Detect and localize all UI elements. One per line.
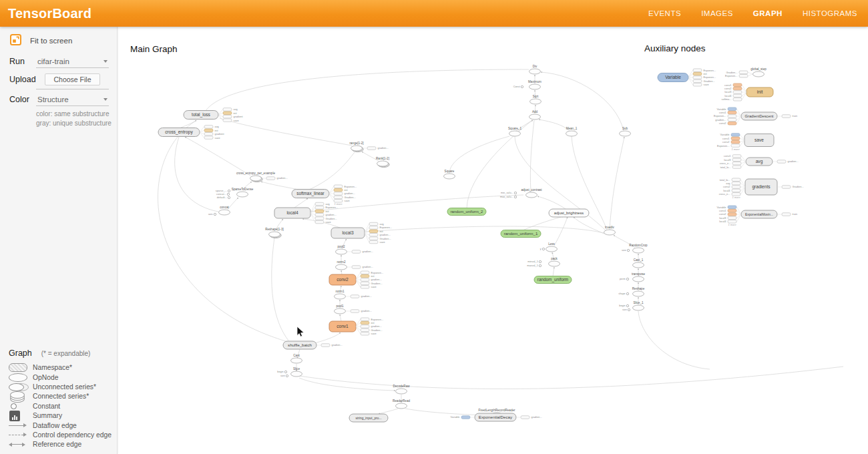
proxy-chip[interactable] <box>733 87 742 90</box>
proxy-chip[interactable] <box>732 178 740 182</box>
color-select[interactable]: Structure <box>36 94 109 106</box>
proxy-chip[interactable] <box>351 295 359 298</box>
proxy-chip[interactable] <box>321 344 330 347</box>
proxy-chip[interactable] <box>739 71 748 74</box>
proxy-chip[interactable] <box>728 111 736 114</box>
proxy-chip[interactable] <box>361 286 369 289</box>
constant-node[interactable] <box>228 190 230 192</box>
proxy-chip[interactable] <box>733 98 742 101</box>
proxy-chip[interactable] <box>315 206 324 210</box>
proxy-chip[interactable] <box>204 136 213 140</box>
proxy-chip[interactable] <box>728 216 736 220</box>
op-node-Cast[interactable]: Cast <box>291 354 302 364</box>
constant-node[interactable] <box>626 304 628 306</box>
proxy-chip[interactable] <box>693 79 702 83</box>
constant-node[interactable] <box>514 192 516 194</box>
namespace-node-adjust_brightness[interactable]: adjust_brightness <box>549 209 589 217</box>
namespace-node-conv2[interactable]: conv2 <box>329 274 356 285</box>
proxy-chip[interactable] <box>223 119 232 122</box>
op-node-Mean_1[interactable]: Mean_1 <box>566 127 578 137</box>
proxy-chip[interactable] <box>334 188 343 192</box>
op-node-transpose[interactable]: transposeperm <box>620 272 646 282</box>
proxy-chip[interactable] <box>521 416 529 419</box>
constant-node[interactable] <box>627 249 629 251</box>
namespace-node-total_loss[interactable]: total_loss <box>184 111 218 120</box>
constant-node[interactable] <box>521 85 523 87</box>
proxy-chip[interactable] <box>369 230 378 233</box>
proxy-chip[interactable] <box>728 209 736 212</box>
op-node-Less[interactable]: Lessy <box>540 242 558 252</box>
proxy-chip[interactable] <box>728 118 736 122</box>
constant-node[interactable] <box>214 213 216 215</box>
proxy-chip[interactable] <box>739 74 748 77</box>
proxy-chip[interactable] <box>223 108 232 111</box>
namespace-node-random_uniform_1[interactable]: random_uniform_1 <box>501 230 541 238</box>
op-node-range[1-2][interactable]: range[1-2] <box>350 142 364 152</box>
op-node-pack[interactable]: packminval_1maxval_1 <box>527 257 560 268</box>
proxy-chip[interactable] <box>351 310 359 313</box>
op-node-Cast_1[interactable]: Cast_1 <box>633 258 644 268</box>
proxy-chip[interactable] <box>361 318 369 321</box>
constant-node[interactable] <box>286 375 288 377</box>
op-node-Maximum[interactable]: MaximumConst <box>513 80 541 90</box>
proxy-chip[interactable] <box>782 213 791 216</box>
namespace-node-ExponentialDecay[interactable]: ExponentialDecay <box>475 413 516 421</box>
proxy-chip[interactable] <box>334 185 343 188</box>
proxy-chip[interactable] <box>728 122 736 126</box>
proxy-chip[interactable] <box>315 202 324 206</box>
namespace-node-shuffle_batch[interactable]: shuffle_batch <box>283 341 316 349</box>
proxy-chip[interactable] <box>223 111 232 115</box>
proxy-chip[interactable] <box>693 76 702 79</box>
graph-canvas[interactable]: Main Graph Auxiliary nodes DivMaximumCon… <box>118 27 868 454</box>
op-node-concat[interactable]: concataxis <box>208 206 230 216</box>
proxy-chip[interactable] <box>733 83 742 87</box>
constant-node[interactable] <box>284 371 286 373</box>
upload-file-button[interactable]: Choose File <box>36 73 109 89</box>
op-node-RandomCrop[interactable]: RandomCropsize <box>622 244 648 254</box>
proxy-chip[interactable] <box>731 137 740 140</box>
proxy-chip[interactable] <box>334 192 343 196</box>
op-node-norm2[interactable]: norm2 <box>336 260 347 270</box>
op-node-Sub[interactable]: Sub <box>620 127 631 137</box>
namespace-node-conv1[interactable]: conv1 <box>329 321 356 332</box>
op-node-SparseToDense[interactable]: SparseToDensesparse_...concat...default.… <box>216 188 254 200</box>
op-node-norm1[interactable]: norm1 <box>335 290 346 300</box>
namespace-node-init[interactable]: init <box>746 87 773 97</box>
proxy-chip[interactable] <box>361 328 369 332</box>
op-node-Reshape[1-3][interactable]: Reshape[1-3] <box>265 228 284 238</box>
nav-tab-events[interactable]: EVENTS <box>648 9 681 17</box>
op-node-Slice[interactable]: Slicebeginsize <box>277 367 302 378</box>
proxy-chip[interactable] <box>782 186 791 189</box>
constant-node[interactable] <box>539 260 541 262</box>
op-node-Add[interactable]: Add <box>529 110 541 120</box>
proxy-chip[interactable] <box>693 69 702 72</box>
proxy-chip[interactable] <box>369 222 378 226</box>
proxy-chip[interactable] <box>315 220 324 224</box>
proxy-chip[interactable] <box>315 210 324 213</box>
proxy-chip[interactable] <box>732 189 740 192</box>
namespace-node-save[interactable]: save <box>744 134 774 147</box>
namespace-node-softmax_linear[interactable]: softmax_linear <box>292 190 329 198</box>
constant-node[interactable] <box>626 292 628 294</box>
op-node-pool1[interactable]: pool1 <box>335 304 346 314</box>
proxy-chip[interactable] <box>361 332 369 336</box>
proxy-chip[interactable] <box>732 182 740 185</box>
namespace-node-gradients[interactable]: gradients <box>745 179 777 195</box>
proxy-chip[interactable] <box>352 266 361 269</box>
proxy-chip[interactable] <box>693 83 702 87</box>
proxy-chip[interactable] <box>731 134 740 137</box>
namespace-node-cross_entropy[interactable]: cross_entropy <box>158 128 200 137</box>
namespace-node-Variable[interactable]: Variable <box>658 73 688 82</box>
namespace-node-random_uniform[interactable]: random_uniform <box>534 276 572 284</box>
proxy-chip[interactable] <box>728 206 736 209</box>
namespace-node-local3[interactable]: local3 <box>331 228 365 238</box>
proxy-chip[interactable] <box>369 226 378 230</box>
proxy-chip[interactable] <box>334 196 343 199</box>
proxy-chip[interactable] <box>461 416 470 419</box>
proxy-chip[interactable] <box>352 250 361 254</box>
proxy-chip[interactable] <box>361 321 369 324</box>
constant-node[interactable] <box>227 193 229 195</box>
proxy-chip[interactable] <box>361 278 369 282</box>
proxy-chip[interactable] <box>315 217 324 220</box>
op-node-adjust_contrast[interactable]: adjust_contrastmin_valu...max_valu... <box>500 188 542 199</box>
